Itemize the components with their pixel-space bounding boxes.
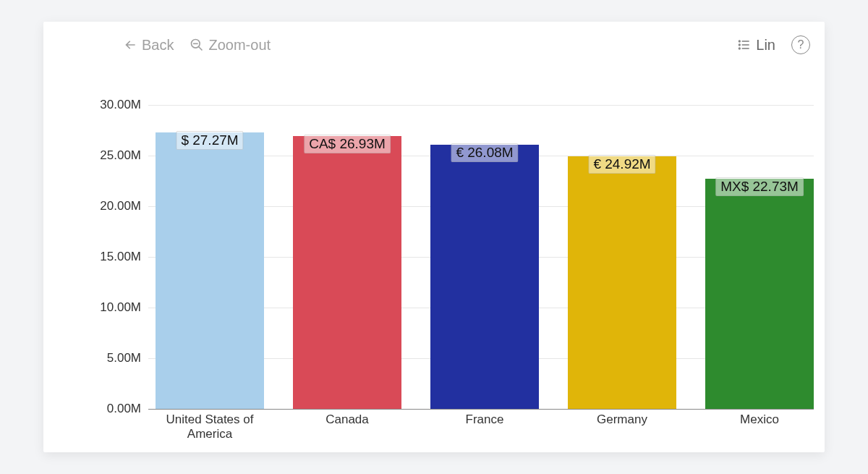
- y-tick-label: 25.00M: [83, 148, 141, 163]
- bar-fill: [430, 145, 539, 409]
- help-icon: ?: [798, 38, 804, 51]
- bar-value-label: MX$ 22.73M: [715, 177, 804, 196]
- x-tick-label: United States of America: [145, 412, 275, 442]
- back-label: Back: [142, 37, 174, 54]
- x-tick-label: Germany: [557, 412, 687, 427]
- zoom-out-button[interactable]: Zoom-out: [190, 37, 271, 54]
- chart-card: Back Zoom-out Lin ? 0.00M 5.00M 10.00M 1…: [43, 22, 825, 452]
- help-button[interactable]: ?: [791, 35, 810, 54]
- x-tick-label: Canada: [282, 412, 412, 427]
- bar-fill: [705, 179, 814, 409]
- x-tick-label: Mexico: [694, 412, 825, 427]
- y-tick-label: 0.00M: [83, 402, 141, 416]
- y-tick-label: 15.00M: [83, 250, 141, 264]
- bar-fill: [568, 156, 676, 409]
- back-arrow-icon: [123, 38, 137, 52]
- bar-fill: [293, 136, 401, 409]
- svg-point-6: [739, 41, 741, 42]
- svg-point-8: [739, 48, 741, 49]
- y-tick-label: 10.00M: [83, 300, 141, 315]
- bar-value-label: CA$ 26.93M: [304, 135, 391, 153]
- chart-toolbar: Back Zoom-out Lin ?: [43, 22, 825, 62]
- bar-fill: [156, 132, 264, 409]
- bar-value-label: € 26.08M: [451, 143, 518, 162]
- bar-chart: 0.00M 5.00M 10.00M 15.00M 20.00M 25.00M …: [148, 105, 814, 409]
- list-icon: [737, 38, 752, 52]
- back-button[interactable]: Back: [123, 37, 174, 54]
- bar-value-label: € 24.92M: [588, 155, 655, 174]
- svg-point-7: [739, 44, 741, 46]
- x-tick-label: France: [420, 412, 550, 427]
- scale-label: Lin: [756, 37, 775, 54]
- y-tick-label: 5.00M: [83, 351, 141, 365]
- y-tick-label: 20.00M: [83, 199, 141, 213]
- zoom-out-icon: [190, 38, 204, 52]
- y-tick-label: 30.00M: [83, 98, 141, 112]
- zoom-out-label: Zoom-out: [208, 37, 271, 54]
- svg-line-1: [199, 47, 203, 51]
- bar-value-label: $ 27.27M: [176, 131, 243, 150]
- scale-toggle[interactable]: Lin: [737, 37, 775, 54]
